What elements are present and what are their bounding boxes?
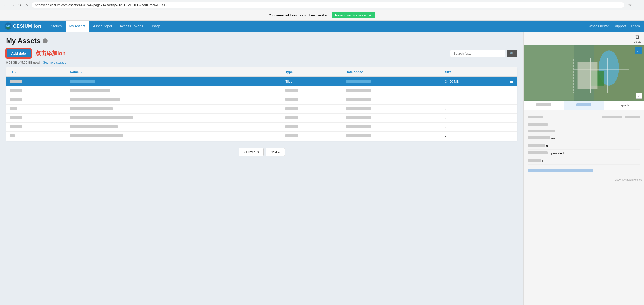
id-value: [10, 89, 22, 92]
toolbar-row: Add data 点击添加ion 🔍: [6, 49, 517, 58]
nav-item-access-tokens[interactable]: Access Tokens: [116, 21, 147, 32]
nav-item-my-assets[interactable]: My Assets: [66, 21, 89, 32]
cell-id: [6, 95, 66, 105]
right-details: rovi n n provided l: [524, 110, 644, 177]
chinese-annotation: 点击添加ion: [35, 50, 66, 57]
cell-date: [342, 114, 441, 123]
cell-delete: [506, 86, 517, 95]
logo-area: CESIUM ion: [4, 22, 41, 30]
nav-right: What's new? Support Learn: [588, 24, 640, 28]
map-expand-button[interactable]: ⤢: [636, 93, 642, 99]
name-value: [70, 134, 123, 137]
detail-row: n: [528, 142, 640, 150]
search-button[interactable]: 🔍: [507, 50, 517, 57]
back-button[interactable]: ←: [3, 3, 8, 8]
cesium-logo-icon: [4, 22, 12, 30]
browser-chrome: ← → ↺ ⌂ https://ion.cesium.com/assets/14…: [0, 0, 644, 10]
table-row[interactable]: -: [6, 86, 517, 95]
type-value: [285, 116, 298, 119]
col-name[interactable]: Name ↕: [66, 67, 282, 77]
assets-table-wrapper: ID ↕ Name ↕ Type ↕ Date added ↕ Size ↕ T: [6, 67, 517, 141]
map-background: ⌂ ⤢: [524, 45, 644, 101]
sort-icon-date: ↕: [365, 71, 367, 74]
cell-name: [66, 105, 282, 114]
sort-icon-name: ↕: [81, 71, 82, 74]
col-id[interactable]: ID ↕: [6, 67, 66, 77]
previous-button[interactable]: « Previous: [239, 148, 264, 156]
cell-delete: [506, 114, 517, 123]
table-row[interactable]: -: [6, 132, 517, 141]
table-row[interactable]: -: [6, 95, 517, 105]
right-panel-top: 🗑 Delete: [524, 32, 644, 45]
tab-exports[interactable]: Exports: [604, 101, 644, 110]
detail-label: [528, 116, 543, 118]
cell-size: 34.50 MB: [441, 77, 506, 86]
get-more-storage-link[interactable]: Get more storage: [43, 61, 66, 64]
table-row[interactable]: -: [6, 114, 517, 123]
refresh-button[interactable]: ↺: [17, 3, 22, 8]
main-nav: CESIUM ion Stories My Assets Asset Depot…: [0, 21, 644, 32]
svg-point-1: [6, 27, 10, 29]
resend-verification-button[interactable]: Resend verification email: [332, 12, 375, 18]
table-row[interactable]: -: [6, 123, 517, 132]
notification-wrapper: Your email address has not been verified…: [0, 10, 644, 21]
nav-whats-new[interactable]: What's new?: [588, 24, 609, 28]
page-title: My Assets: [6, 37, 41, 45]
cell-date: [342, 105, 441, 114]
detail-row: n provided: [528, 150, 640, 157]
map-svg: [524, 45, 644, 101]
col-size[interactable]: Size ↕: [441, 67, 506, 77]
cell-type: [282, 114, 342, 123]
id-value: [10, 125, 22, 128]
date-value: [346, 80, 371, 83]
name-value: [70, 98, 120, 101]
col-type[interactable]: Type ↕: [282, 67, 342, 77]
search-area: 🔍: [450, 50, 517, 57]
cell-type: [282, 95, 342, 105]
cell-delete: [506, 95, 517, 105]
right-panel-delete-button[interactable]: 🗑 Delete: [633, 34, 641, 43]
date-value: [346, 98, 371, 101]
bottom-blurred-area: [528, 169, 640, 172]
cell-id: [6, 114, 66, 123]
date-value: [346, 134, 371, 137]
nav-item-asset-depot[interactable]: Asset Depot: [89, 21, 115, 32]
map-home-icon[interactable]: ⌂: [635, 47, 642, 54]
cell-name: [66, 86, 282, 95]
forward-button[interactable]: →: [10, 3, 15, 8]
delete-row-button[interactable]: 🗑: [510, 79, 514, 84]
type-value: [285, 107, 298, 110]
col-date[interactable]: Date added ↕: [342, 67, 441, 77]
browser-menu-button[interactable]: ⋯: [635, 2, 641, 8]
tab-info-label: [576, 103, 591, 107]
table-body: Tiles 34.50 MB 🗑 -: [6, 77, 517, 141]
asset-map: ⌂ ⤢: [524, 45, 644, 101]
browser-actions: ☆ ⋯: [627, 2, 641, 8]
cell-delete: [506, 132, 517, 141]
nav-learn[interactable]: Learn: [631, 24, 640, 28]
storage-info: 0.04 GB of 5.00 GB used: [6, 61, 40, 64]
address-bar[interactable]: https://ion.cesium.com/assets/1478744?pa…: [32, 2, 624, 8]
id-value: [10, 107, 17, 110]
home-button[interactable]: ⌂: [24, 3, 29, 8]
next-button[interactable]: Next »: [266, 148, 285, 156]
detail-label: [528, 123, 548, 126]
nav-item-usage[interactable]: Usage: [147, 21, 164, 32]
table-row[interactable]: Tiles 34.50 MB 🗑: [6, 77, 517, 86]
table-row[interactable]: -: [6, 105, 517, 114]
search-input[interactable]: [450, 50, 505, 57]
add-data-button[interactable]: Add data: [6, 49, 31, 58]
browser-extensions-button[interactable]: ☆: [627, 2, 633, 8]
svg-rect-12: [578, 62, 598, 89]
nav-support[interactable]: Support: [614, 24, 626, 28]
tab-details[interactable]: [524, 101, 564, 110]
cell-date: [342, 95, 441, 105]
cell-type: [282, 105, 342, 114]
nav-item-stories[interactable]: Stories: [47, 21, 65, 32]
tab-info[interactable]: [564, 101, 604, 110]
detail-row: [528, 128, 640, 134]
cell-type: Tiles: [282, 77, 342, 86]
type-value: [285, 89, 298, 92]
date-value: [346, 116, 371, 119]
help-icon[interactable]: ?: [43, 38, 48, 43]
